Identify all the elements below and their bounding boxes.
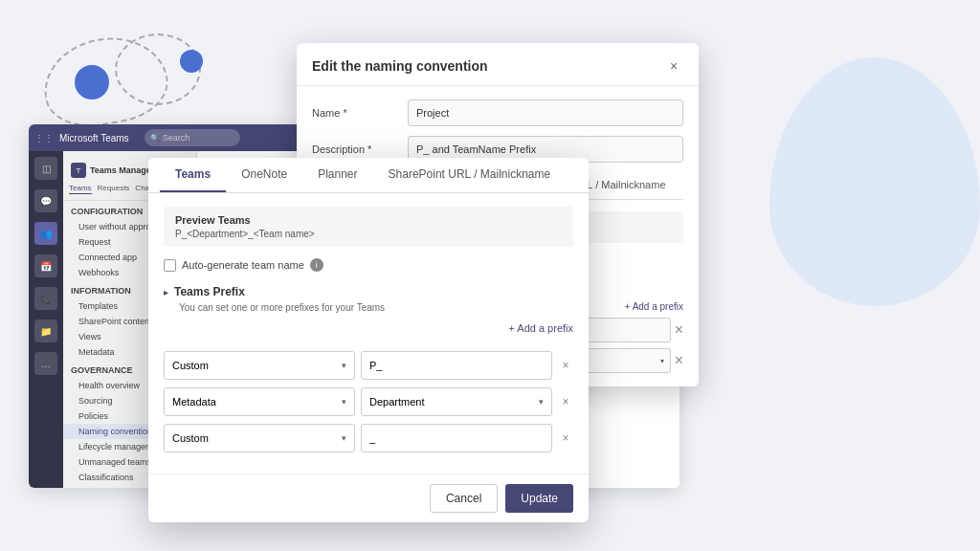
chevron-icon-4: ▾	[342, 433, 346, 443]
prefix-val-3: _	[369, 432, 375, 444]
prefix-select-label-1: Custom	[172, 360, 209, 371]
modal-close-button[interactable]: ×	[664, 56, 683, 76]
deco-dot-2	[180, 50, 203, 73]
preview-box: Preview Teams P_<Department>_<Team name>	[164, 207, 573, 247]
prefix-remove-1[interactable]: ×	[558, 358, 573, 373]
chevron-icon-1: ▾	[342, 361, 346, 370]
teams-search-box[interactable]: 🔍 Search	[145, 129, 240, 146]
large-tab-teams[interactable]: Teams	[160, 158, 226, 192]
preview-title: Preview Teams	[175, 214, 562, 226]
prefix-row-1: Custom ▾ P_ ×	[164, 351, 573, 380]
prefix-val-1: P_	[369, 360, 382, 371]
cancel-button[interactable]: Cancel	[430, 484, 498, 513]
modal-large-tabs: Teams OneNote Planner SharePoint URL / M…	[148, 158, 589, 193]
add-prefix-btn-bg[interactable]: + Add a prefix	[625, 301, 683, 312]
large-tab-sharepoint[interactable]: SharePoint URL / Mailnickname	[373, 158, 567, 192]
prefix-select-3[interactable]: Custom ▾	[164, 424, 355, 452]
nav-calendar-icon[interactable]: 📅	[34, 254, 57, 277]
prefix-input-1[interactable]: P_	[361, 351, 552, 380]
nav-calls-icon[interactable]: 📞	[34, 287, 57, 310]
chevron-down-3: ▾	[660, 357, 664, 365]
info-icon-large: i	[310, 258, 323, 272]
nav-chat-icon[interactable]: 💬	[34, 189, 57, 212]
preview-text: P_<Department>_<Team name>	[175, 229, 562, 239]
prefix-select-label-2: Metadata	[172, 396, 216, 408]
prefix-select-label-3: Custom	[172, 432, 209, 444]
section-desc: You can set one or more prefixes for you…	[179, 302, 573, 313]
form-name-row: Name *	[312, 99, 683, 126]
autogenerate-row-large: Auto-generate team name i	[164, 258, 573, 272]
update-button[interactable]: Update	[505, 484, 573, 513]
prefix-remove-bg-2[interactable]: ×	[675, 352, 683, 369]
teams-left-nav: ◫ 💬 👥 📅 📞 📁 …	[29, 151, 63, 488]
prefix-remove-3[interactable]: ×	[558, 430, 573, 446]
prefix-section-title-row: ▸ Teams Prefix	[164, 285, 573, 298]
autogenerate-checkbox-large[interactable]	[164, 259, 176, 272]
sidebar-app-title: Teams Manager	[90, 165, 154, 175]
background-blob	[769, 57, 980, 306]
sidebar-tab-requests[interactable]: Requests	[98, 184, 130, 194]
app-grid-icon: ⋮⋮	[36, 130, 52, 145]
app-logo: T	[71, 163, 86, 178]
name-input[interactable]	[408, 99, 683, 126]
name-label: Name *	[312, 107, 398, 119]
nav-files-icon[interactable]: 📁	[34, 320, 57, 342]
section-title: Teams Prefix	[174, 285, 245, 298]
teams-app-title: Microsoft Teams	[59, 133, 129, 143]
sidebar-tab-teams[interactable]: Teams	[69, 184, 92, 194]
large-tab-onenote[interactable]: OneNote	[226, 158, 302, 192]
prefix-select-2[interactable]: Metadata ▾	[164, 387, 355, 416]
add-prefix-wrapper: + Add a prefix	[164, 322, 573, 343]
section-arrow: ▸	[164, 287, 168, 298]
prefix-row-3: Custom ▾ _ ×	[164, 424, 573, 452]
prefix-row-2: Metadata ▾ Department ▾ ×	[164, 387, 573, 416]
modal-large-naming: Teams OneNote Planner SharePoint URL / M…	[148, 158, 589, 522]
nav-teams-icon[interactable]: 👥	[34, 222, 57, 245]
modal-edit-header: Edit the naming convention ×	[297, 43, 699, 86]
prefix-select-1[interactable]: Custom ▾	[164, 351, 355, 380]
search-icon: 🔍	[150, 134, 160, 143]
chevron-icon-3: ▾	[539, 397, 544, 407]
prefix-input-3[interactable]: _	[361, 424, 552, 452]
autogenerate-text: Auto-generate team name	[182, 259, 304, 271]
prefix-remove-bg-1[interactable]: ×	[675, 321, 683, 339]
prefix-dept-dropdown[interactable]: Department ▾	[361, 387, 552, 416]
modal-edit-title: Edit the naming convention	[312, 58, 488, 74]
modal-footer: Cancel Update	[148, 474, 589, 522]
chevron-icon-2: ▾	[342, 397, 346, 407]
prefix-dept-val: Department	[369, 396, 424, 408]
add-prefix-button[interactable]: + Add a prefix	[508, 322, 573, 334]
deco-dot-1	[75, 65, 109, 99]
prefix-remove-2[interactable]: ×	[558, 394, 573, 409]
desc-label: Description *	[312, 143, 398, 155]
nav-apps-icon[interactable]: …	[34, 352, 57, 375]
nav-activity-icon[interactable]: ◫	[34, 157, 57, 180]
modal-large-body: Preview Teams P_<Department>_<Team name>…	[148, 193, 589, 474]
large-tab-planner[interactable]: Planner	[302, 158, 372, 192]
